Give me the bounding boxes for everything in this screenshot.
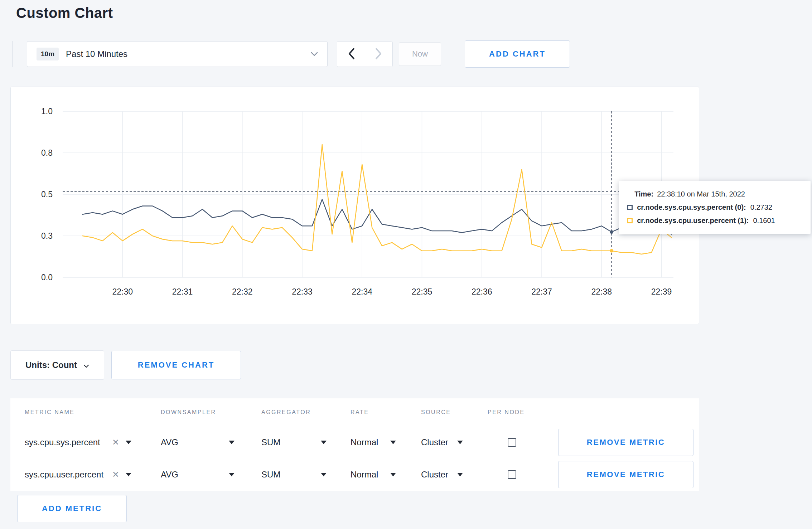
chevron-left-icon	[347, 48, 355, 61]
page-title: Custom Chart	[16, 5, 812, 21]
now-button[interactable]: Now	[399, 42, 441, 66]
metric-name-select[interactable]: sys.cpu.sys.percent ✕	[25, 437, 134, 447]
col-header-metric-name: METRIC NAME	[25, 398, 161, 426]
metric-name: sys.cpu.sys.percent	[25, 437, 112, 447]
tooltip-time-label: Time:	[634, 190, 653, 198]
svg-text:0.3: 0.3	[41, 231, 53, 241]
chart-card: 0.00.30.50.81.022:3022:3122:3222:3322:34…	[10, 87, 699, 324]
rate-value: Normal	[351, 470, 378, 480]
aggregator-value: SUM	[261, 470, 280, 480]
svg-text:22:30: 22:30	[112, 287, 133, 296]
time-nav-group	[337, 41, 393, 67]
downsampler-value: AVG	[161, 437, 178, 447]
chart-tooltip: Time:22:38:10 on Mar 15th, 2022 cr.node.…	[619, 181, 811, 234]
tooltip-series-row: cr.node.sys.cpu.user.percent (1): 0.1601	[627, 217, 802, 225]
add-metric-button[interactable]: ADD METRIC	[17, 495, 127, 522]
units-dropdown[interactable]: Units: Count	[10, 350, 104, 380]
downsampler-value: AVG	[161, 470, 178, 480]
chevron-down-icon	[83, 360, 89, 370]
timescale-badge: 10m	[37, 48, 59, 60]
remove-chart-button[interactable]: REMOVE CHART	[111, 351, 241, 379]
series-sys-swatch-icon	[627, 205, 633, 210]
col-header-rate: RATE	[351, 398, 421, 426]
series-user-swatch-icon	[627, 218, 633, 223]
select-caret-icon	[390, 473, 396, 476]
col-header-actions	[558, 398, 699, 426]
svg-text:22:36: 22:36	[472, 287, 492, 296]
aggregator-select[interactable]: SUM	[261, 437, 327, 447]
svg-text:22:33: 22:33	[292, 287, 313, 296]
tooltip-series-row: cr.node.sys.cpu.sys.percent (0): 0.2732	[627, 203, 802, 212]
tooltip-series-label: cr.node.sys.cpu.sys.percent (0):	[637, 203, 746, 212]
table-row: sys.cpu.user.percent ✕	[25, 458, 161, 491]
per-node-checkbox[interactable]	[508, 470, 516, 479]
svg-text:22:35: 22:35	[412, 287, 432, 296]
svg-text:22:37: 22:37	[531, 287, 552, 296]
svg-text:1.0: 1.0	[41, 107, 53, 116]
clear-metric-icon[interactable]: ✕	[112, 437, 119, 447]
select-caret-icon	[321, 473, 327, 476]
select-caret-icon	[457, 473, 463, 476]
add-chart-button[interactable]: ADD CHART	[465, 40, 570, 68]
select-caret-icon	[126, 473, 131, 476]
downsampler-select[interactable]: AVG	[161, 437, 235, 447]
toolbar: 10m Past 10 Minutes Now ADD CHART	[12, 40, 812, 68]
svg-text:22:32: 22:32	[232, 287, 253, 296]
select-caret-icon	[126, 441, 131, 444]
col-header-downsampler: DOWNSAMPLER	[161, 398, 261, 426]
source-value: Cluster	[421, 437, 448, 447]
rate-value: Normal	[351, 437, 378, 447]
source-select[interactable]: Cluster	[421, 470, 463, 480]
remove-metric-button[interactable]: REMOVE METRIC	[558, 429, 693, 456]
downsampler-select[interactable]: AVG	[161, 470, 235, 480]
svg-text:22:34: 22:34	[352, 287, 372, 296]
select-caret-icon	[390, 441, 396, 444]
metrics-table: METRIC NAME DOWNSAMPLER AGGREGATOR RATE …	[10, 398, 699, 491]
remove-metric-button[interactable]: REMOVE METRIC	[558, 461, 693, 488]
rate-select[interactable]: Normal	[351, 470, 396, 480]
custom-chart-page: Custom Chart 10m Past 10 Minutes Now AD	[0, 0, 812, 522]
select-caret-icon	[321, 441, 327, 444]
table-row: sys.cpu.sys.percent ✕	[25, 426, 161, 458]
units-label: Units: Count	[25, 360, 77, 370]
col-header-per-node: PER NODE	[488, 398, 558, 426]
source-value: Cluster	[421, 470, 448, 480]
svg-text:0.5: 0.5	[41, 190, 53, 199]
select-caret-icon	[229, 473, 235, 476]
select-caret-icon	[229, 441, 235, 444]
timeseries-chart[interactable]: 0.00.30.50.81.022:3022:3122:3222:3322:34…	[11, 87, 699, 324]
aggregator-value: SUM	[261, 437, 280, 447]
chart-controls: Units: Count REMOVE CHART	[10, 350, 812, 380]
toolbar-divider	[12, 41, 13, 67]
prev-time-button[interactable]	[337, 42, 365, 67]
svg-text:22:31: 22:31	[172, 287, 193, 296]
svg-text:0.0: 0.0	[41, 273, 53, 282]
tooltip-time-row: Time:22:38:10 on Mar 15th, 2022	[634, 190, 802, 198]
source-select[interactable]: Cluster	[421, 437, 463, 447]
per-node-checkbox[interactable]	[508, 438, 516, 447]
aggregator-select[interactable]: SUM	[261, 470, 327, 480]
tooltip-time-value: 22:38:10 on Mar 15th, 2022	[657, 190, 745, 198]
tooltip-series-value: 0.1601	[753, 217, 775, 225]
timescale-dropdown[interactable]: 10m Past 10 Minutes	[27, 41, 328, 67]
metric-name: sys.cpu.user.percent	[25, 470, 112, 480]
timescale-label: Past 10 Minutes	[66, 49, 127, 59]
col-header-aggregator: AGGREGATOR	[261, 398, 351, 426]
metric-name-select[interactable]: sys.cpu.user.percent ✕	[25, 470, 134, 480]
chevron-down-icon	[311, 52, 318, 56]
clear-metric-icon[interactable]: ✕	[112, 470, 119, 480]
rate-select[interactable]: Normal	[351, 437, 396, 447]
svg-text:22:39: 22:39	[651, 287, 672, 296]
col-header-source: SOURCE	[421, 398, 488, 426]
svg-text:22:38: 22:38	[591, 287, 612, 296]
chevron-right-icon	[375, 48, 383, 61]
select-caret-icon	[457, 441, 463, 444]
tooltip-series-label: cr.node.sys.cpu.user.percent (1):	[637, 217, 749, 225]
tooltip-series-value: 0.2732	[750, 203, 772, 212]
svg-text:0.8: 0.8	[41, 148, 53, 157]
next-time-button[interactable]	[365, 42, 392, 67]
